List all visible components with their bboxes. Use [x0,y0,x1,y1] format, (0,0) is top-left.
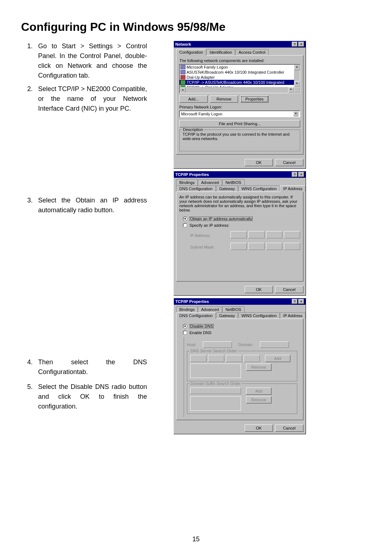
tcpip-ip-title: TCP/IP Properties [175,172,209,177]
components-label: The following network components are ins… [179,58,300,63]
client-icon [180,65,185,69]
tab-netbios[interactable]: NetBIOS [222,179,244,185]
scrollbar-vertical[interactable]: ▴ ▾ [294,65,300,93]
network-titlebar: Network ? × [174,41,306,48]
step-1: Go to Start > Settings > Control Panel. … [27,41,147,81]
suffix-order-group: Domain Suffix Search Order Add Remove [187,383,297,414]
tab-bindings[interactable]: Bindings [176,179,198,185]
step-2: Select TCP/IP > NE2000 Compatible, or th… [27,84,147,114]
tab-gateway[interactable]: Gateway [216,185,238,192]
scroll-up-icon[interactable]: ▴ [294,65,300,70]
tcpip-dns-title: TCP/IP Properties [175,299,209,304]
dns-list [190,364,241,378]
radio-obtain-auto[interactable]: Obtain an IP address automatically [183,217,300,221]
suffix-list [190,396,241,411]
tab-identification[interactable]: Identification [206,49,235,56]
list-item-selected: TCP/IP -> ASUSTeK/Broadcom 440x 10/100 I… [180,80,300,85]
network-title: Network [175,42,191,46]
list-item: Dial-Up Adapter [180,75,300,80]
close-button[interactable]: × [298,172,304,177]
tab-netbios[interactable]: NetBIOS [222,306,244,312]
step-4: Then select the DNS Configurationtab. [27,357,147,377]
tcpip-dns-titlebar: TCP/IP Properties ? × [174,298,306,305]
scrollbar-horizontal[interactable]: ◂ ▸ [180,87,294,93]
ok-button[interactable]: OK [245,424,273,432]
radio-disable-dns[interactable]: Disable DNS [183,324,300,328]
radio-dot-icon [183,324,187,328]
radio-specify-label: Specify an IP address: [189,223,229,227]
cancel-button[interactable]: Cancel [275,159,303,166]
dns-add-button: Add [265,355,290,362]
suffix-remove-button: Remove [246,396,271,403]
dns-remove-button: Remove [246,364,271,371]
scroll-corner [294,87,300,93]
ip-intro-text: An IP address can be automatically assig… [179,195,300,212]
remove-button[interactable]: Remove [210,95,238,103]
domain-input [260,341,289,348]
components-listbox[interactable]: Microsoft Family Logon ASUSTeK/Broadcom … [179,64,300,93]
cancel-button[interactable]: Cancel [275,424,303,432]
screenshots-column: Network ? × Configuration Identification… [173,41,306,436]
properties-button[interactable]: Properties [240,95,269,103]
description-group: Description TCP/IP is the protocol you u… [179,130,300,151]
add-button[interactable]: Add... [179,95,208,103]
cancel-button[interactable]: Cancel [275,286,303,293]
protocol-icon [180,80,185,85]
scroll-down-icon[interactable]: ▾ [294,81,300,87]
step-5: Select the Disable DNS radio button and … [27,382,147,411]
tab-advanced[interactable]: Advanced [198,306,222,312]
dns-order-group: DNS Server Search Order ... Add Remove [187,351,297,381]
tab-configuration[interactable]: Configuration [176,49,206,56]
step-3: Select the Obtain an IP address automati… [27,196,147,215]
scroll-right-icon[interactable]: ▸ [288,87,294,93]
tcpip-dns-dialog: TCP/IP Properties ? × Bindings Advanced … [173,298,306,434]
suffix-order-legend: Domain Suffix Search Order [189,381,241,386]
file-print-sharing-button[interactable]: File and Print Sharing... [179,120,300,127]
host-label: Host: [187,342,196,347]
dialup-icon [180,75,185,79]
tab-ip-address[interactable]: IP Address [280,312,306,319]
radio-disable-dns-label: Disable DNS [189,324,214,328]
description-text: TCP/IP is the protocol you use to connec… [183,132,297,147]
tab-wins-config[interactable]: WINS Configuration [238,185,280,192]
host-input [203,341,232,348]
scroll-left-icon[interactable]: ◂ [180,88,185,93]
enable-dns-group: Host: Domain: DNS Server Search Order ..… [184,337,300,417]
tab-access-control[interactable]: Access Control [235,49,269,56]
list-item: ASUSTeK/Broadcom 440x 10/100 Integrated … [180,70,300,75]
radio-enable-dns[interactable]: Enable DNS [183,331,300,335]
radio-enable-dns-label: Enable DNS [189,331,212,335]
tcpip-ip-dialog: TCP/IP Properties ? × Bindings Advanced … [173,171,306,296]
close-button[interactable]: × [298,299,304,304]
description-legend: Description [182,127,204,132]
tab-advanced[interactable]: Advanced [198,179,222,185]
ip-address-label: IP Address: [190,233,216,238]
page-number: 15 [0,535,392,543]
radio-obtain-auto-label: Obtain an IP address automatically [189,217,253,221]
help-button[interactable]: ? [292,42,298,47]
primary-logon-value: Microsoft Family Logon [181,112,222,116]
dns-order-legend: DNS Server Search Order [189,349,238,353]
primary-logon-label: Primary Network Logon: [179,105,300,109]
suffix-add-button: Add [246,387,271,395]
tab-wins-config[interactable]: WINS Configuration [238,312,280,319]
list-item: Microsoft Family Logon [180,65,300,70]
close-button[interactable]: × [298,42,304,47]
tab-dns-config[interactable]: DNS Configuration [176,312,216,319]
ip-address-field: ... [230,231,300,238]
ok-button[interactable]: OK [245,286,273,293]
tcpip-ip-titlebar: TCP/IP Properties ? × [174,171,306,178]
tab-dns-config[interactable]: DNS Configuration [176,185,216,192]
tab-bindings[interactable]: Bindings [176,306,198,312]
primary-logon-dropdown[interactable]: Microsoft Family Logon ▾ [179,111,300,117]
tab-ip-address[interactable]: IP Address [280,185,306,192]
ok-button[interactable]: OK [245,159,273,166]
help-button[interactable]: ? [292,172,298,177]
tab-gateway[interactable]: Gateway [216,312,238,319]
chevron-down-icon[interactable]: ▾ [293,111,298,116]
radio-dot-icon [183,223,187,227]
suffix-input [190,387,241,394]
instruction-list: Go to Start > Settings > Control Panel. … [27,41,147,416]
radio-specify[interactable]: Specify an IP address: [183,223,300,227]
help-button[interactable]: ? [292,299,298,304]
